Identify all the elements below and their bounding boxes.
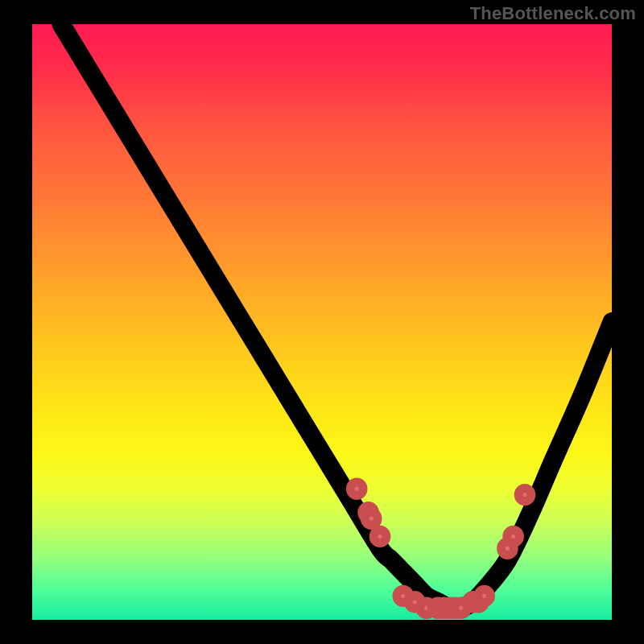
watermark-text: TheBottleneck.com [470, 3, 636, 24]
marker-dot [374, 530, 386, 543]
plot-area [32, 24, 612, 620]
marker-dot [350, 482, 363, 495]
marker-dot [518, 488, 531, 501]
chart-frame: TheBottleneck.com [0, 0, 644, 644]
curve-layer [32, 24, 612, 620]
marker-dot [365, 512, 378, 525]
marker-dot [507, 530, 520, 543]
marker-dot [478, 589, 491, 602]
bottleneck-curve [61, 24, 612, 609]
